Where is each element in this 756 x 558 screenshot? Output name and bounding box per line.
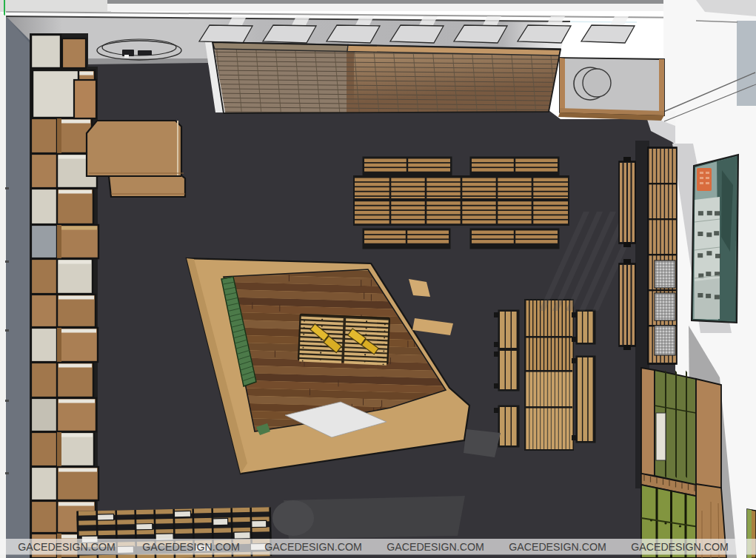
svg-text:GACEDESIGN.COM: GACEDESIGN.COM [631,541,729,553]
svg-text:GACEDESIGN.COM: GACEDESIGN.COM [387,541,484,553]
svg-text:GACEDESIGN.COM: GACEDESIGN.COM [142,541,240,553]
svg-text:GACEDESIGN.COM: GACEDESIGN.COM [18,541,116,553]
svg-text:GACEDESIGN.COM: GACEDESIGN.COM [264,541,362,553]
svg-text:GACEDESIGN.COM: GACEDESIGN.COM [509,541,606,553]
